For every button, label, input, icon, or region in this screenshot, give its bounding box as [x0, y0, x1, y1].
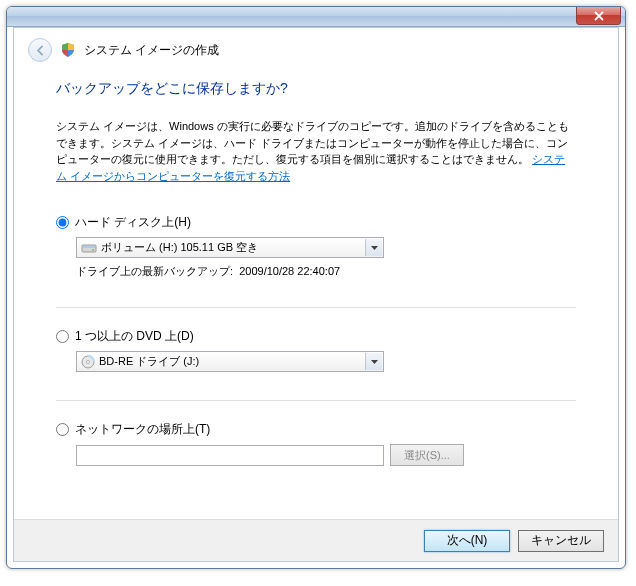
cancel-button[interactable]: キャンセル: [518, 530, 604, 552]
option-dvd: 1 つ以上の DVD 上(D) BD-RE ドライブ (J:): [56, 328, 576, 372]
main-panel: バックアップをどこに保存しますか? システム イメージは、Windows の実行…: [14, 68, 618, 466]
content-area: システム イメージの作成 バックアップをどこに保存しますか? システム イメージ…: [13, 27, 619, 562]
radio-network-label: ネットワークの場所上(T): [75, 421, 210, 438]
backup-info-value: 2009/10/28 22:40:07: [239, 265, 340, 277]
divider: [56, 307, 576, 308]
wizard-window: システム イメージの作成 バックアップをどこに保存しますか? システム イメージ…: [6, 6, 626, 569]
titlebar: [7, 7, 625, 27]
chevron-down-icon: [365, 353, 382, 370]
next-button[interactable]: 次へ(N): [424, 530, 510, 552]
radio-hard-disk-label: ハード ディスク上(H): [75, 214, 191, 231]
hard-disk-dropdown[interactable]: ボリューム (H:) 105.11 GB 空き: [76, 237, 384, 258]
page-title: システム イメージの作成: [84, 42, 219, 59]
option-hard-disk: ハード ディスク上(H) ボリューム (H:) 105.11 GB 空き: [56, 214, 576, 279]
radio-network[interactable]: [56, 423, 69, 436]
disc-icon: [81, 355, 95, 369]
hard-disk-selected: ボリューム (H:) 105.11 GB 空き: [101, 240, 258, 255]
shield-icon: [60, 42, 76, 58]
chevron-down-icon: [365, 239, 382, 256]
radio-dvd-label: 1 つ以上の DVD 上(D): [75, 328, 194, 345]
close-icon: [594, 11, 604, 21]
svg-point-2: [92, 249, 94, 251]
footer: 次へ(N) キャンセル: [14, 519, 618, 561]
dvd-selected: BD-RE ドライブ (J:): [99, 354, 199, 369]
description-text: システム イメージは、Windows の実行に必要なドライブのコピーです。追加の…: [56, 118, 576, 184]
dvd-dropdown[interactable]: BD-RE ドライブ (J:): [76, 351, 384, 372]
svg-point-4: [87, 360, 90, 363]
radio-dvd[interactable]: [56, 330, 69, 343]
divider: [56, 400, 576, 401]
header-row: システム イメージの作成: [14, 28, 618, 68]
description-body: システム イメージは、Windows の実行に必要なドライブのコピーです。追加の…: [56, 120, 569, 165]
back-arrow-icon: [34, 44, 47, 57]
backup-info: ドライブ上の最新バックアップ: 2009/10/28 22:40:07: [76, 264, 576, 279]
back-button[interactable]: [28, 38, 52, 62]
svg-rect-1: [83, 246, 95, 248]
network-path-input[interactable]: [76, 445, 384, 466]
question-heading: バックアップをどこに保存しますか?: [56, 80, 576, 98]
close-button[interactable]: [576, 6, 621, 25]
backup-info-label: ドライブ上の最新バックアップ:: [76, 265, 233, 277]
browse-button[interactable]: 選択(S)...: [390, 444, 464, 466]
option-network: ネットワークの場所上(T) 選択(S)...: [56, 421, 576, 466]
radio-hard-disk[interactable]: [56, 216, 69, 229]
hard-drive-icon: [81, 242, 97, 254]
